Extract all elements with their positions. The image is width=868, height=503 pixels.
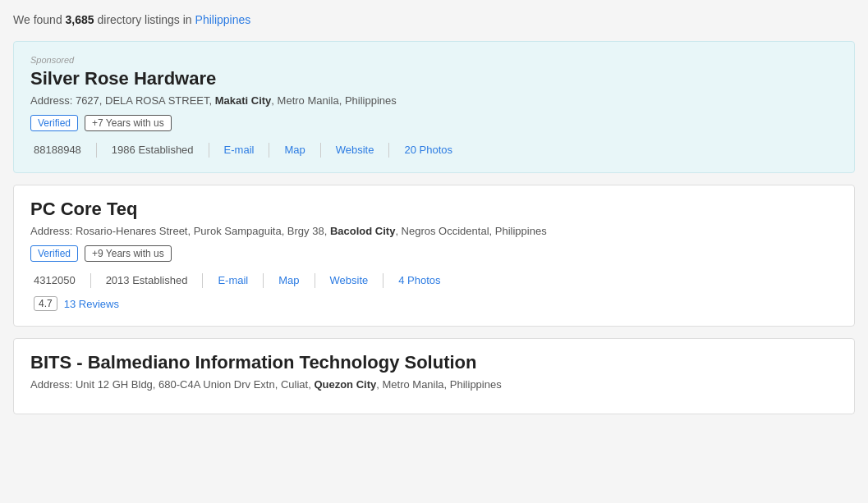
meta-established: 1986 Established	[97, 143, 209, 158]
meta-established: 2013 Established	[91, 273, 204, 288]
address-prefix: Address: 7627, DELA ROSA STREET,	[30, 94, 215, 107]
address-suffix: , Metro Manila, Philippines	[376, 378, 501, 391]
verified-badge: Verified	[30, 115, 78, 131]
meta-website[interactable]: Website	[315, 273, 384, 288]
listing-title[interactable]: PC Core Teq	[30, 199, 838, 220]
listing-address: Address: Unit 12 GH Bldg, 680-C4A Union …	[30, 378, 838, 391]
meta-phone: 88188948	[30, 143, 97, 158]
listing-card-pc-core-teq: PC Core Teq Address: Rosario-Henares Str…	[13, 185, 855, 327]
listing-meta: 88188948 1986 Established E-mail Map Web…	[30, 143, 838, 158]
results-location[interactable]: Philippines	[195, 13, 251, 26]
badges-row: Verified +9 Years with us	[30, 245, 838, 262]
listing-address: Address: 7627, DELA ROSA STREET, Makati …	[30, 94, 838, 107]
meta-map[interactable]: Map	[264, 273, 315, 288]
results-header: We found 3,685 directory listings in Phi…	[13, 8, 855, 31]
address-prefix: Address: Rosario-Henares Street, Purok S…	[30, 225, 330, 237]
years-badge: +7 Years with us	[85, 115, 172, 131]
listing-card-silver-rose-hardware: Sponsored Silver Rose Hardware Address: …	[13, 41, 855, 173]
address-suffix: , Negros Occidental, Philippines	[395, 225, 546, 237]
verified-badge: Verified	[30, 245, 78, 262]
meta-email[interactable]: E-mail	[209, 143, 270, 158]
address-city: Makati City	[215, 94, 272, 107]
meta-email[interactable]: E-mail	[203, 273, 264, 288]
results-prefix: We found	[13, 13, 66, 26]
meta-website[interactable]: Website	[321, 143, 390, 158]
sponsored-label: Sponsored	[30, 55, 838, 65]
listing-title[interactable]: Silver Rose Hardware	[30, 68, 838, 89]
address-city: Bacolod City	[330, 225, 395, 237]
meta-map[interactable]: Map	[269, 143, 320, 158]
years-badge: +9 Years with us	[85, 245, 172, 262]
results-suffix: directory listings in	[94, 13, 195, 26]
badges-row: Verified +7 Years with us	[30, 115, 838, 131]
listing-address: Address: Rosario-Henares Street, Purok S…	[30, 225, 838, 237]
results-count: 3,685	[66, 13, 94, 26]
rating-badge: 4.7	[34, 296, 57, 311]
meta-phone: 4312050	[30, 273, 91, 288]
address-prefix: Address: Unit 12 GH Bldg, 680-C4A Union …	[30, 378, 314, 391]
listing-title[interactable]: BITS - Balmediano Information Technology…	[30, 352, 838, 373]
reviews-link[interactable]: 13 Reviews	[64, 298, 119, 310]
address-city: Quezon City	[314, 378, 376, 391]
meta-photos[interactable]: 4 Photos	[383, 273, 455, 288]
listing-card-bits-balmediano: BITS - Balmediano Information Technology…	[13, 338, 855, 414]
listing-meta: 4312050 2013 Established E-mail Map Webs…	[30, 273, 838, 288]
reviews-row: 4.7 13 Reviews	[30, 296, 838, 311]
meta-photos[interactable]: 20 Photos	[389, 143, 467, 158]
address-suffix: , Metro Manila, Philippines	[271, 94, 396, 107]
